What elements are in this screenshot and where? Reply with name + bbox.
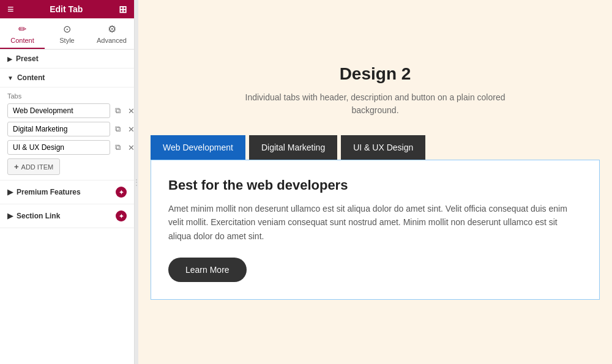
sidebar-header: ≡ Edit Tab ⊞ bbox=[0, 0, 134, 18]
tab-input-2[interactable] bbox=[7, 122, 110, 136]
preset-section-header[interactable]: ▶ Preset bbox=[0, 50, 134, 69]
premium-features-label: Premium Features bbox=[17, 188, 81, 196]
tab-advanced-label: Advanced bbox=[97, 37, 127, 44]
learn-more-button[interactable]: Learn More bbox=[168, 258, 247, 282]
delete-tab-3-button[interactable]: ✕ bbox=[125, 142, 135, 154]
duplicate-tab-3-button[interactable]: ⧉ bbox=[113, 141, 123, 154]
tab-style-label: Style bbox=[59, 37, 74, 44]
tab-advanced[interactable]: ⚙ Advanced bbox=[89, 18, 134, 49]
sidebar-tabs: ✏ Content ⊙ Style ⚙ Advanced bbox=[0, 18, 134, 50]
design-card: Design 2 Individual tabs with header, de… bbox=[151, 64, 600, 300]
tab-content-area: Best for the web developers Amet minim m… bbox=[151, 160, 600, 300]
section-link-section[interactable]: ▶ Section Link ✦ bbox=[0, 204, 134, 228]
main-content: Design 2 Individual tabs with header, de… bbox=[138, 0, 612, 364]
tab-content[interactable]: ✏ Content bbox=[0, 18, 45, 49]
tabs-section-content: Tabs ⧉ ✕ ⧉ ✕ ⧉ ✕ + ADD ITEM bbox=[0, 87, 134, 180]
hamburger-icon[interactable]: ≡ bbox=[7, 3, 14, 16]
tab-row-3: ⧉ ✕ bbox=[7, 140, 127, 155]
section-link-badge-icon: ✦ bbox=[116, 210, 127, 221]
preset-label: Preset bbox=[16, 54, 39, 63]
section-link-chevron-icon: ▶ bbox=[7, 212, 13, 220]
grid-icon[interactable]: ⊞ bbox=[119, 4, 127, 15]
design-title: Design 2 bbox=[151, 64, 600, 84]
sidebar: ≡ Edit Tab ⊞ ✏ Content ⊙ Style ⚙ Advance… bbox=[0, 0, 135, 364]
duplicate-tab-2-button[interactable]: ⧉ bbox=[113, 123, 123, 135]
tab-button-web-dev[interactable]: Web Development bbox=[151, 135, 245, 160]
delete-tab-2-button[interactable]: ✕ bbox=[125, 124, 135, 135]
content-section-header[interactable]: ▼ Content bbox=[0, 69, 134, 87]
tab-content-label: Content bbox=[10, 37, 34, 44]
premium-chevron-icon: ▶ bbox=[7, 188, 13, 196]
add-item-button[interactable]: + ADD ITEM bbox=[7, 158, 60, 175]
tabs-label: Tabs bbox=[7, 92, 127, 100]
section-link-label: Section Link bbox=[17, 212, 60, 220]
content-icon: ✏ bbox=[18, 23, 26, 35]
delete-tab-1-button[interactable]: ✕ bbox=[125, 105, 135, 117]
preset-chevron-icon: ▶ bbox=[7, 56, 12, 62]
content-section-label: Content bbox=[17, 73, 45, 82]
design-subtitle: Individual tabs with header, description… bbox=[151, 91, 600, 117]
tab-input-1[interactable] bbox=[7, 103, 110, 118]
advanced-icon: ⚙ bbox=[108, 23, 116, 35]
tab-content-body: Amet minim mollit non deserunt ullamco e… bbox=[168, 202, 582, 243]
tab-row-2: ⧉ ✕ bbox=[7, 122, 127, 136]
tab-input-3[interactable] bbox=[7, 140, 110, 155]
premium-badge-icon: ✦ bbox=[116, 187, 127, 198]
panel-title: Edit Tab bbox=[50, 4, 83, 14]
add-item-label: ADD ITEM bbox=[21, 163, 54, 171]
duplicate-tab-1-button[interactable]: ⧉ bbox=[113, 105, 123, 117]
tab-style[interactable]: ⊙ Style bbox=[45, 18, 89, 49]
tab-row-1: ⧉ ✕ bbox=[7, 103, 127, 118]
plus-icon: + bbox=[14, 162, 19, 171]
tab-buttons-container: Web Development Digital Marketing UI & U… bbox=[151, 135, 600, 160]
premium-features-section[interactable]: ▶ Premium Features ✦ bbox=[0, 180, 134, 204]
tab-button-digital-mkt[interactable]: Digital Marketing bbox=[249, 135, 337, 160]
style-icon: ⊙ bbox=[63, 23, 71, 35]
tab-content-title: Best for the web developers bbox=[168, 177, 582, 193]
tab-button-ui-ux[interactable]: UI & UX Design bbox=[341, 135, 425, 160]
content-chevron-icon: ▼ bbox=[7, 75, 13, 81]
